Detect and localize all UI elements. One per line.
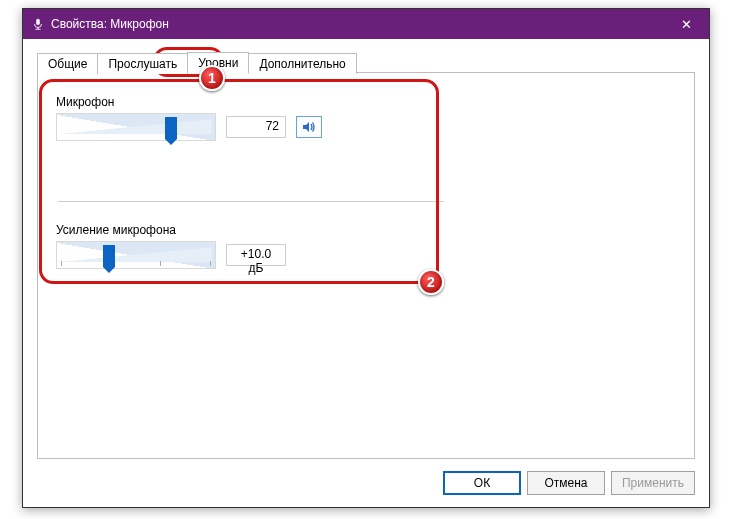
tab-label: Общие bbox=[48, 57, 87, 71]
mic-mute-button[interactable] bbox=[296, 116, 322, 138]
button-bar: ОК Отмена Применить bbox=[443, 471, 695, 495]
mic-level-row: 72 bbox=[56, 113, 454, 141]
dialog-window: Свойства: Микрофон ✕ Общие Прослушать Ур… bbox=[22, 8, 710, 508]
close-button[interactable]: ✕ bbox=[664, 9, 709, 39]
tab-label: Прослушать bbox=[108, 57, 177, 71]
mic-boost-slider[interactable] bbox=[56, 241, 216, 269]
svg-rect-0 bbox=[36, 19, 40, 25]
titlebar[interactable]: Свойства: Микрофон ✕ bbox=[23, 9, 709, 39]
apply-button[interactable]: Применить bbox=[611, 471, 695, 495]
mic-level-value[interactable]: 72 bbox=[226, 116, 286, 138]
ok-button[interactable]: ОК bbox=[443, 471, 521, 495]
tab-advanced[interactable]: Дополнительно bbox=[248, 53, 356, 74]
cancel-button[interactable]: Отмена bbox=[527, 471, 605, 495]
annotation-badge-2: 2 bbox=[418, 269, 444, 295]
tab-general[interactable]: Общие bbox=[37, 53, 98, 74]
slider-ticks bbox=[61, 261, 211, 266]
tab-label: Дополнительно bbox=[259, 57, 345, 71]
mic-icon bbox=[31, 17, 45, 31]
slider-thumb[interactable] bbox=[103, 245, 115, 267]
client-area: Общие Прослушать Уровни Дополнительно Ми… bbox=[23, 39, 709, 507]
svg-marker-3 bbox=[303, 122, 309, 132]
group-mic-boost: Усиление микрофона +10.0 дБ bbox=[56, 223, 454, 269]
slider-wedge bbox=[60, 120, 212, 134]
group-mic-level: Микрофон 72 bbox=[56, 95, 454, 141]
mic-level-label: Микрофон bbox=[56, 95, 454, 109]
mic-boost-label: Усиление микрофона bbox=[56, 223, 454, 237]
tab-panel-levels: Микрофон 72 bbox=[37, 72, 695, 459]
close-icon: ✕ bbox=[681, 17, 692, 32]
slider-wedge bbox=[60, 248, 212, 262]
mic-boost-row: +10.0 дБ bbox=[56, 241, 454, 269]
mic-boost-value[interactable]: +10.0 дБ bbox=[226, 244, 286, 266]
window-title: Свойства: Микрофон bbox=[51, 17, 169, 31]
tab-listen[interactable]: Прослушать bbox=[97, 53, 188, 74]
speaker-icon bbox=[301, 119, 317, 135]
mic-level-slider[interactable] bbox=[56, 113, 216, 141]
tabstrip: Общие Прослушать Уровни Дополнительно bbox=[37, 52, 356, 74]
group-divider bbox=[58, 201, 444, 202]
annotation-badge-1: 1 bbox=[199, 65, 225, 91]
slider-thumb[interactable] bbox=[165, 117, 177, 139]
